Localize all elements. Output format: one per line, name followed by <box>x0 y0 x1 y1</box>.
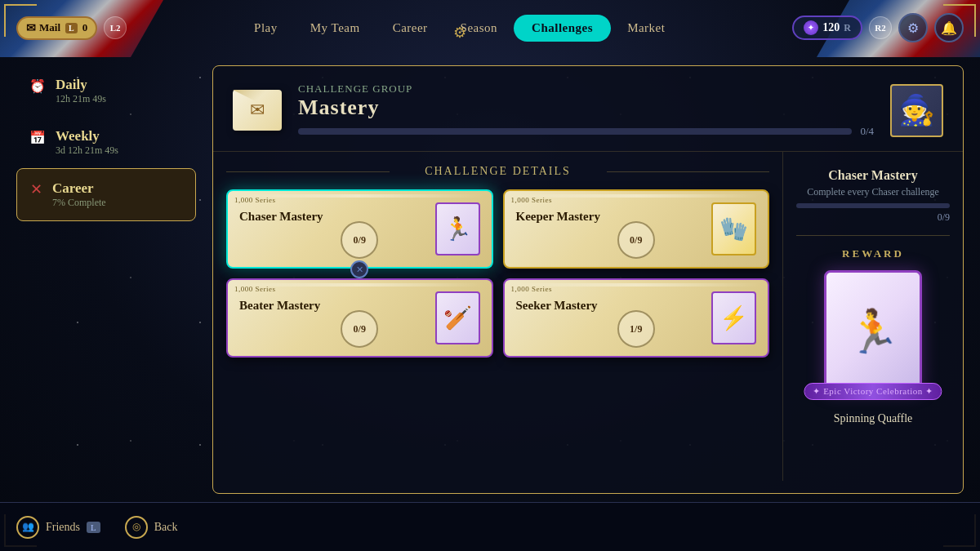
seeker-card-label: 1,000 Series <box>511 285 553 293</box>
back-label: Back <box>154 521 178 534</box>
reward-label: REWARD <box>842 247 904 260</box>
reward-card-badge: ✦ Epic Victory Celebration ✦ <box>804 383 942 400</box>
keeper-progress-circle: 0/9 <box>617 221 655 259</box>
keeper-card-inner: Keeper Mastery <box>516 210 704 248</box>
friends-badge: L <box>87 522 100 533</box>
r2-button[interactable]: R2 <box>869 16 892 39</box>
reward-progress-text: 0/9 <box>938 211 950 224</box>
career-text: Career 7% Complete <box>52 180 106 209</box>
envelope-icon: ✉ <box>233 90 282 131</box>
seeker-title: Seeker Mastery <box>516 299 598 313</box>
currency-amount: 120 <box>822 21 840 34</box>
seeker-card-inner: Seeker Mastery <box>516 299 704 337</box>
chaser-card-inner: Chaser Mastery <box>239 210 427 248</box>
keeper-card-image: 🧤 <box>711 202 756 256</box>
daily-label: Daily <box>56 77 106 93</box>
topbar: ✉ Mail L 0 L2 Play My Team Career Season… <box>0 0 980 56</box>
challenge-title-area: Challenge Group Mastery 0/4 <box>298 82 874 138</box>
nav-market[interactable]: Market <box>611 15 681 42</box>
section-title: Challenge Details <box>226 165 769 178</box>
weekly-sublabel: 3d 12h 21m 49s <box>56 144 118 157</box>
group-progress-bar <box>298 128 852 135</box>
back-button[interactable]: ◎ Back <box>125 516 178 539</box>
beater-title: Beater Mastery <box>239 299 320 313</box>
settings-button[interactable]: ⚙ <box>898 13 928 42</box>
keeper-title: Keeper Mastery <box>516 210 600 224</box>
friends-label: Friends <box>46 521 80 534</box>
beater-card-inner: Beater Mastery <box>239 299 427 337</box>
weekly-label: Weekly <box>56 128 118 144</box>
challenge-header: ✉ Challenge Group Mastery 0/4 🧙 <box>213 66 963 152</box>
chaser-progress-circle: 0/9 <box>341 221 378 259</box>
details-section: Challenge Details 1,000 Series Chaser Ma… <box>213 152 963 481</box>
reward-item-name: Spinning Quaffle <box>834 412 913 425</box>
chaser-title: Chaser Mastery <box>239 210 323 224</box>
challenge-card-keeper[interactable]: 1,000 Series Keeper Mastery 🧤 0/9 <box>503 189 770 269</box>
nav-challenges[interactable]: Challenges <box>514 15 611 42</box>
weekly-text: Weekly 3d 12h 21m 49s <box>56 128 118 157</box>
reward-card: 🏃 ✦ Epic Victory Celebration ✦ <box>824 270 922 393</box>
back-circle-icon: ◎ <box>125 516 148 539</box>
group-progress-text: 0/4 <box>860 125 874 138</box>
topbar-right: ✦ 120 R R2 ⚙ 🔔 <box>792 13 964 42</box>
seeker-progress-circle: 1/9 <box>617 310 655 348</box>
sidebar: ⏰ Daily 12h 21m 49s 📅 Weekly 3d 12h 21m … <box>16 65 196 494</box>
weekly-icon: 📅 <box>29 130 46 145</box>
challenge-card-beater[interactable]: 1,000 Series Beater Mastery 🏏 0/9 <box>226 278 493 358</box>
career-sublabel: 7% Complete <box>52 197 106 209</box>
character-avatar: 🧙 <box>890 84 943 137</box>
daily-sublabel: 12h 21m 49s <box>56 93 106 105</box>
reward-challenge-desc: Complete every Chaser challenge <box>807 186 939 198</box>
nav-my-team[interactable]: My Team <box>294 15 376 42</box>
reward-panel: Chaser Mastery Complete every Chaser cha… <box>783 152 963 481</box>
nav-play[interactable]: Play <box>238 15 294 42</box>
seeker-card-image: ⚡ <box>711 291 756 344</box>
beater-card-label: 1,000 Series <box>234 285 276 293</box>
challenge-card-seeker[interactable]: 1,000 Series Seeker Mastery ⚡ 1/9 <box>503 278 770 358</box>
currency-display: ✦ 120 R <box>792 16 862 40</box>
friends-icon: 👥 <box>16 516 39 539</box>
challenge-group-title: Mastery <box>298 96 874 120</box>
daily-icon: ⏰ <box>29 78 46 94</box>
challenges-grid-area: Challenge Details 1,000 Series Chaser Ma… <box>213 152 783 481</box>
topbar-left: ✉ Mail L 0 L2 <box>16 16 127 40</box>
group-progress-container: 0/4 <box>298 125 874 138</box>
l2-button[interactable]: L2 <box>104 16 127 39</box>
challenges-grid: 1,000 Series Chaser Mastery 🏃 0/9 ✕ 1,00… <box>226 189 769 358</box>
chaser-card-label: 1,000 Series <box>234 196 276 204</box>
bottombar: 👥 Friends L ◎ Back <box>0 502 980 551</box>
daily-text: Daily 12h 21m 49s <box>56 77 106 105</box>
mail-count: 0 <box>82 21 88 34</box>
notifications-button[interactable]: 🔔 <box>934 13 964 42</box>
keeper-card-label: 1,000 Series <box>511 196 553 204</box>
challenge-group-label: Challenge Group <box>298 82 874 96</box>
currency-icon: ✦ <box>804 20 818 35</box>
mail-icon: ✉ <box>26 21 36 35</box>
beater-card-image: 🏏 <box>435 291 480 344</box>
beater-progress-circle: 0/9 <box>341 310 378 348</box>
friends-button[interactable]: 👥 Friends L <box>16 516 100 539</box>
reward-divider <box>796 235 950 236</box>
nav-decorative-divider: ⚙ <box>453 24 466 42</box>
chaser-selected-x: ✕ <box>350 260 368 278</box>
sidebar-item-daily[interactable]: ⏰ Daily 12h 21m 49s <box>16 65 196 117</box>
sidebar-item-career[interactable]: ✕ Career 7% Complete <box>16 168 196 221</box>
reward-challenge-title: Chaser Mastery <box>828 168 917 183</box>
mail-button[interactable]: ✉ Mail L 0 <box>16 16 97 40</box>
nav-center: Play My Team Career Season Challenges Ma… <box>238 15 681 42</box>
career-icon: ✕ <box>30 180 42 198</box>
reward-progress-bar <box>796 203 950 208</box>
nav-career[interactable]: Career <box>376 15 444 42</box>
sidebar-item-weekly[interactable]: 📅 Weekly 3d 12h 21m 49s <box>16 117 196 168</box>
main-panel: ✉ Challenge Group Mastery 0/4 🧙 Challeng… <box>212 65 964 494</box>
mail-label: Mail <box>39 21 60 34</box>
mail-l-badge: L <box>65 23 78 33</box>
challenge-card-chaser[interactable]: 1,000 Series Chaser Mastery 🏃 0/9 ✕ <box>226 189 493 269</box>
career-label: Career <box>52 180 106 197</box>
chaser-card-image: 🏃 <box>435 202 480 256</box>
currency-symbol: R <box>844 22 851 34</box>
